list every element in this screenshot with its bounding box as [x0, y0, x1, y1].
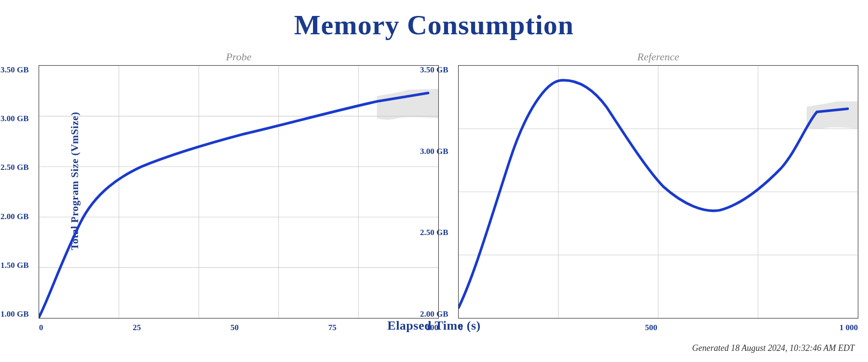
reference-y-tick-0: 3.50 GB — [420, 66, 448, 74]
probe-x-tick-4: 100 — [426, 323, 439, 333]
reference-chart-area: 3.50 GB 3.00 GB 2.50 GB 2.00 GB 0 500 1 … — [458, 65, 858, 319]
probe-x-tick-1: 25 — [133, 323, 141, 333]
probe-x-tick-0: 0 — [39, 323, 43, 333]
probe-y-tick-2: 2.50 GB — [0, 163, 29, 171]
reference-x-tick-2: 1 000 — [840, 323, 858, 333]
probe-chart-subtitle: Probe — [39, 51, 439, 63]
probe-chart-wrapper: Probe 3.50 GB 3.00 GB 2.50 GB 2.00 GB 1.… — [39, 51, 439, 319]
probe-x-tick-2: 50 — [231, 323, 239, 333]
reference-chart-wrapper: Reference 3.50 GB 3.00 GB 2.50 GB 2.00 G… — [458, 51, 858, 319]
probe-y-tick-1: 3.00 GB — [0, 114, 29, 123]
page-container: Memory Consumption Total Program Size (V… — [0, 0, 868, 362]
main-title: Memory Consumption — [0, 0, 868, 41]
reference-x-tick-1: 500 — [645, 323, 657, 333]
probe-chart-area: 3.50 GB 3.00 GB 2.50 GB 2.00 GB 1.50 GB … — [39, 65, 439, 319]
reference-y-tick-1: 3.00 GB — [420, 147, 448, 155]
probe-y-tick-5: 1.00 GB — [0, 310, 29, 318]
probe-x-tick-3: 75 — [328, 323, 337, 333]
reference-y-tick-labels: 3.50 GB 3.00 GB 2.50 GB 2.00 GB — [420, 66, 448, 318]
generated-text: Generated 18 August 2024, 10:32:46 AM ED… — [692, 343, 854, 353]
reference-chart-svg — [459, 66, 858, 318]
probe-y-tick-labels: 3.50 GB 3.00 GB 2.50 GB 2.00 GB 1.50 GB … — [0, 66, 29, 318]
reference-y-tick-2: 2.50 GB — [420, 228, 448, 237]
reference-x-tick-labels: 0 500 1 000 — [459, 323, 858, 333]
reference-x-tick-0: 0 — [459, 323, 463, 333]
probe-chart-svg — [39, 66, 438, 318]
charts-row: Probe 3.50 GB 3.00 GB 2.50 GB 2.00 GB 1.… — [39, 51, 858, 319]
reference-y-tick-3: 2.00 GB — [420, 310, 448, 318]
probe-x-tick-labels: 0 25 50 75 100 — [39, 323, 438, 333]
probe-y-tick-0: 3.50 GB — [0, 66, 29, 74]
reference-chart-subtitle: Reference — [458, 51, 858, 63]
probe-y-tick-4: 1.50 GB — [0, 261, 29, 269]
probe-y-tick-3: 2.00 GB — [0, 212, 29, 221]
